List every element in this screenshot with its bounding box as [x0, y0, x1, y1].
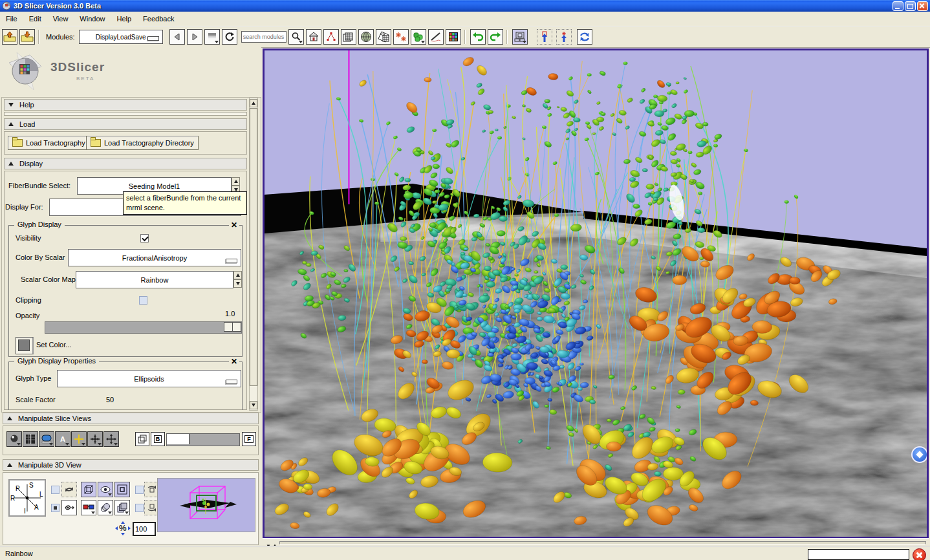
rotate-bottom-checkbox[interactable] [135, 504, 144, 512]
3d-viewport[interactable] [263, 48, 929, 539]
section-header-help[interactable]: Help [4, 99, 247, 111]
toggle-fg-bg-button[interactable] [135, 432, 149, 446]
slice-fan-button[interactable] [376, 29, 391, 45]
spin-view-checkbox[interactable] [51, 486, 59, 494]
set-color-button[interactable] [16, 337, 34, 354]
menu-feedback[interactable]: Feedback [137, 12, 180, 26]
close-button[interactable] [917, 1, 928, 11]
spin-up-button[interactable] [233, 271, 242, 279]
menu-view[interactable]: View [47, 12, 74, 26]
splitter-line[interactable] [279, 541, 926, 544]
view-slider-handle[interactable] [911, 446, 928, 463]
search-modules-input[interactable] [241, 31, 287, 43]
opacity-slider[interactable] [45, 321, 242, 334]
load-tractography-button[interactable]: Load Tractography [8, 136, 90, 150]
section-header-3d-view[interactable]: Manipulate 3D View [3, 459, 259, 471]
center-view-button[interactable] [114, 482, 130, 497]
slice-pan-button[interactable] [103, 431, 119, 447]
slice-grid-button[interactable] [23, 431, 38, 447]
group-close-icon[interactable]: ✕ [229, 221, 239, 229]
background-layer-button[interactable]: B [151, 432, 165, 446]
visibility-label: Visibility [16, 234, 41, 242]
rotate-top-checkbox[interactable] [135, 486, 144, 494]
colors-module-button[interactable] [446, 29, 461, 45]
colormap-spinner[interactable] [233, 271, 242, 288]
rock-view-button[interactable] [61, 482, 77, 497]
annotation-letter: A [60, 435, 65, 443]
fiducial-points-button[interactable] [393, 29, 409, 45]
scalar-colormap-dropdown[interactable]: Rainbow [76, 271, 233, 288]
menu-indicator-icon [226, 380, 237, 384]
modules-refresh-button[interactable] [222, 29, 237, 45]
modules-forward-button[interactable] [187, 29, 202, 45]
cancel-button[interactable] [913, 548, 926, 560]
rotate-icon [64, 485, 74, 494]
scroll-down-button[interactable] [250, 401, 257, 409]
roi-button[interactable] [411, 29, 426, 45]
minimize-button[interactable] [892, 1, 903, 11]
node-tree-icon [325, 32, 337, 42]
color-by-scalar-dropdown[interactable]: FractionalAnisotropy [68, 249, 241, 266]
load-scene-button[interactable] [2, 29, 17, 45]
cube-icon [83, 484, 94, 495]
navigation-zoom-button[interactable] [61, 500, 77, 515]
undo-button[interactable] [470, 29, 486, 45]
screen-refresh-button[interactable] [577, 29, 592, 45]
section-header-display[interactable]: Display [4, 158, 247, 169]
navigation-preview[interactable] [157, 478, 255, 532]
load-tractography-directory-button[interactable]: Load Tractography Directory [86, 136, 199, 150]
fiducial-hierarchy-button[interactable] [323, 29, 339, 45]
slice-visibility-button[interactable] [6, 431, 22, 447]
menu-window[interactable]: Window [74, 12, 111, 26]
slices-toggle-button[interactable] [341, 29, 356, 45]
add-fiducial-button[interactable] [537, 29, 552, 45]
visibility-3d-button[interactable] [98, 482, 113, 497]
measurements-button[interactable] [428, 29, 444, 45]
visibility-checkbox[interactable] [140, 234, 149, 242]
scrollbar-thumb[interactable] [250, 108, 257, 386]
stereo-button[interactable] [81, 500, 96, 515]
group-close-icon[interactable]: ✕ [229, 358, 239, 365]
scroll-up-button[interactable] [250, 99, 257, 107]
3d-view-button[interactable] [358, 29, 374, 45]
section-header-slice-views[interactable]: Manipulate Slice Views [3, 413, 259, 424]
modules-dropdown[interactable]: DisplayLoadSave [79, 30, 163, 44]
modules-history-button[interactable] [204, 29, 220, 45]
section-header-load[interactable]: Load [4, 118, 247, 130]
clipping-checkbox[interactable] [139, 296, 147, 305]
menu-help[interactable]: Help [111, 12, 137, 26]
grid-icon [25, 434, 36, 444]
select-camera-button[interactable] [98, 500, 113, 515]
scale-factor-label: Scale Factor [16, 396, 56, 404]
spin-up-button[interactable] [232, 177, 240, 186]
home-module-button[interactable] [306, 29, 321, 45]
spin-down-button[interactable] [233, 279, 242, 288]
opacity-slider-handle[interactable] [224, 322, 241, 332]
layout-chooser-button[interactable] [512, 29, 528, 45]
slice-annotation-button[interactable]: A [55, 431, 70, 447]
zoom-percent-input[interactable] [133, 522, 156, 536]
slice-crosshair-button[interactable] [71, 431, 87, 447]
redo-button[interactable] [488, 29, 503, 45]
colormap-value: Rainbow [141, 276, 169, 284]
menu-edit[interactable]: Edit [23, 12, 47, 26]
maximize-button[interactable] [905, 1, 916, 11]
modules-back-button[interactable] [169, 29, 185, 45]
slice-model-button[interactable] [39, 431, 54, 447]
select-view-button[interactable] [114, 500, 130, 515]
ortho-view-button[interactable] [81, 482, 96, 497]
panel-scrollbar[interactable] [249, 98, 258, 411]
look-from-checkbox[interactable] [51, 504, 59, 512]
menu-file[interactable]: File [0, 12, 23, 26]
save-scene-button[interactable] [19, 29, 35, 45]
fade-slider-handle[interactable] [167, 434, 189, 444]
slice-grid-crosshair-button[interactable] [87, 431, 103, 447]
scale-factor-value: 50 [106, 396, 114, 404]
orientation-axes-widget[interactable]: P S L R I A [8, 479, 46, 517]
fg-bg-fade-slider[interactable] [166, 433, 240, 446]
dropdown-arrow-icon [81, 443, 85, 446]
add-fiducial-star-button[interactable] [556, 29, 572, 45]
glyph-type-dropdown[interactable]: Ellipsoids [57, 370, 241, 387]
search-modules-button[interactable] [288, 29, 304, 45]
fade-toggle-button[interactable]: F [242, 432, 256, 446]
